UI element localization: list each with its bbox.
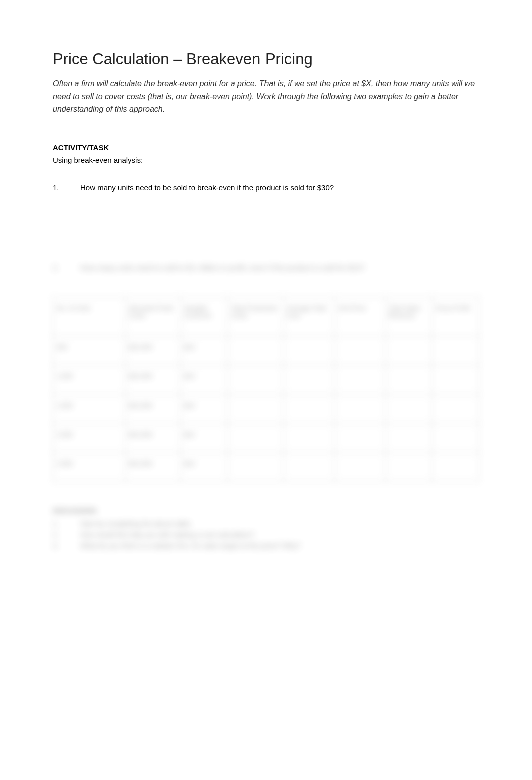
table-row: 2,500$10,000$10: [53, 452, 479, 481]
discussion-text: Start by completing the above table.: [80, 520, 192, 528]
table-cell: 2,500: [53, 452, 126, 481]
discussion-number: 2.: [53, 531, 80, 539]
discussion-item: 1.Start by completing the above table.: [53, 520, 479, 528]
table-header: Allocated Fixed Costs: [125, 297, 181, 336]
blurred-content: 2. How many units need to sold to $1 mil…: [53, 263, 479, 550]
table-cell: [334, 423, 385, 452]
table-row: 500$10,000$10: [53, 336, 479, 365]
intro-paragraph: Often a firm will calculate the break-ev…: [53, 77, 479, 116]
table-row: 1,500$10,000$10: [53, 394, 479, 423]
table-cell: $10: [181, 336, 228, 365]
table-cell: $10,000: [125, 452, 181, 481]
discussion-section: DISCUSSION 1.Start by completing the abo…: [53, 507, 479, 550]
question-text: How many units need to be sold to break-…: [80, 183, 479, 192]
table-header: Total Production Costs: [227, 297, 283, 336]
discussion-number: 1.: [53, 520, 80, 528]
table-header: Total Sales Revenue: [385, 297, 432, 336]
question-item: 1. How many units need to be sold to bre…: [53, 183, 479, 192]
table-cell: [283, 336, 334, 365]
table-cell: 1,000: [53, 365, 126, 394]
discussion-text: How would this help you with making a co…: [80, 531, 254, 539]
table-cell: [385, 336, 432, 365]
discussion-item: 2.How would this help you with making a …: [53, 531, 479, 539]
table-cell: 2,000: [53, 423, 126, 452]
table-cell: $10: [181, 365, 228, 394]
table-cell: [283, 452, 334, 481]
discussion-heading: DISCUSSION: [53, 507, 479, 515]
table-cell: $10: [181, 394, 228, 423]
table-cell: [227, 365, 283, 394]
table-cell: [227, 394, 283, 423]
table-cell: [227, 336, 283, 365]
table-row: 1,000$10,000$10: [53, 365, 479, 394]
table-cell: [334, 394, 385, 423]
table-header: Variable Cost/Unit: [181, 297, 228, 336]
table-cell: $10: [181, 423, 228, 452]
table-cell: 500: [53, 336, 126, 365]
table-cell: [385, 423, 432, 452]
activity-instruction: Using break-even analysis:: [53, 156, 479, 164]
table-cell: 1,500: [53, 394, 126, 423]
page-title: Price Calculation – Breakeven Pricing: [53, 50, 479, 68]
table-cell: $10: [181, 452, 228, 481]
table-cell: [432, 423, 479, 452]
table-cell: [227, 452, 283, 481]
table-cell: $10,000: [125, 365, 181, 394]
table-cell: [432, 336, 479, 365]
table-cell: [334, 365, 385, 394]
question-item: 2. How many units need to sold to $1 mil…: [53, 263, 479, 272]
table-cell: $10,000: [125, 336, 181, 365]
table-cell: [432, 394, 479, 423]
table-cell: [283, 423, 334, 452]
table-cell: [283, 365, 334, 394]
table-header: Average Total Cost: [283, 297, 334, 336]
question-number: 2.: [53, 263, 80, 272]
table-header-row: No. of Units Allocated Fixed Costs Varia…: [53, 297, 479, 336]
question-number: 1.: [53, 183, 80, 192]
table-header: Unit Price: [334, 297, 385, 336]
table-header: No. of Units: [53, 297, 126, 336]
table-cell: [283, 394, 334, 423]
activity-heading: ACTIVITY/TASK: [53, 143, 479, 152]
table-cell: [334, 336, 385, 365]
discussion-item: 3.What do you think is a realistic firm,…: [53, 542, 479, 550]
question-text: How many units need to sold to $1 millio…: [80, 263, 479, 272]
table-cell: [432, 452, 479, 481]
table-cell: [385, 452, 432, 481]
table-cell: [385, 365, 432, 394]
table-cell: $10,000: [125, 423, 181, 452]
table-header: Gross Profit: [432, 297, 479, 336]
discussion-number: 3.: [53, 542, 80, 550]
table-cell: [432, 365, 479, 394]
data-table: No. of Units Allocated Fixed Costs Varia…: [53, 297, 479, 482]
table-row: 2,000$10,000$10: [53, 423, 479, 452]
table-cell: [385, 394, 432, 423]
discussion-text: What do you think is a realistic firm, f…: [80, 542, 301, 550]
table-cell: [227, 423, 283, 452]
table-cell: [334, 452, 385, 481]
table-cell: $10,000: [125, 394, 181, 423]
